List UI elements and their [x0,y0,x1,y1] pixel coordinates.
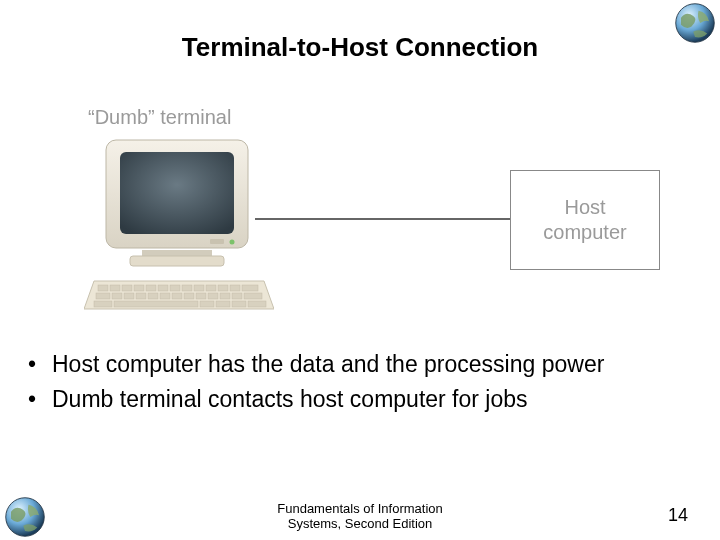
svg-rect-9 [98,285,108,291]
bullet-list: • Host computer has the data and the pro… [28,350,688,420]
svg-rect-36 [114,301,198,307]
svg-rect-3 [120,152,234,234]
svg-rect-5 [130,256,224,266]
list-item: • Host computer has the data and the pro… [28,350,688,379]
bullet-text: Host computer has the data and the proce… [52,350,604,379]
svg-rect-24 [124,293,134,299]
host-label-line2: computer [543,221,626,243]
svg-rect-10 [110,285,120,291]
svg-rect-22 [96,293,110,299]
connection-line [255,218,510,220]
svg-rect-32 [220,293,230,299]
svg-rect-17 [194,285,204,291]
svg-rect-7 [210,239,224,244]
svg-rect-37 [200,301,214,307]
svg-rect-18 [206,285,216,291]
svg-rect-13 [146,285,156,291]
svg-rect-14 [158,285,168,291]
svg-rect-35 [94,301,112,307]
svg-rect-11 [122,285,132,291]
svg-rect-25 [136,293,146,299]
host-box: Host computer [510,170,660,270]
bullet-text: Dumb terminal contacts host computer for… [52,385,528,414]
svg-rect-29 [184,293,194,299]
svg-rect-34 [244,293,262,299]
slide-title: Terminal-to-Host Connection [0,32,720,63]
terminal-label: “Dumb” terminal [88,106,231,129]
svg-rect-30 [196,293,206,299]
svg-rect-12 [134,285,144,291]
bullet-icon: • [28,385,52,414]
keyboard-icon [84,273,274,313]
host-label-line1: Host [564,196,605,218]
diagram: “Dumb” terminal [60,98,660,328]
list-item: • Dumb terminal contacts host computer f… [28,385,688,414]
svg-rect-26 [148,293,158,299]
svg-rect-16 [182,285,192,291]
svg-rect-40 [248,301,266,307]
footer-line1: Fundamentals of Information [277,501,442,516]
svg-rect-28 [172,293,182,299]
svg-rect-4 [142,250,212,256]
page-number: 14 [668,505,688,526]
svg-rect-38 [216,301,230,307]
bullet-icon: • [28,350,52,379]
svg-rect-31 [208,293,218,299]
svg-rect-20 [230,285,240,291]
svg-rect-33 [232,293,242,299]
footer: Fundamentals of Information Systems, Sec… [0,502,720,532]
svg-point-6 [230,240,235,245]
footer-line2: Systems, Second Edition [288,516,433,531]
svg-rect-19 [218,285,228,291]
svg-rect-27 [160,293,170,299]
svg-rect-23 [112,293,122,299]
globe-icon [674,2,716,44]
svg-rect-21 [242,285,258,291]
svg-rect-39 [232,301,246,307]
svg-rect-15 [170,285,180,291]
monitor-icon [102,138,252,268]
